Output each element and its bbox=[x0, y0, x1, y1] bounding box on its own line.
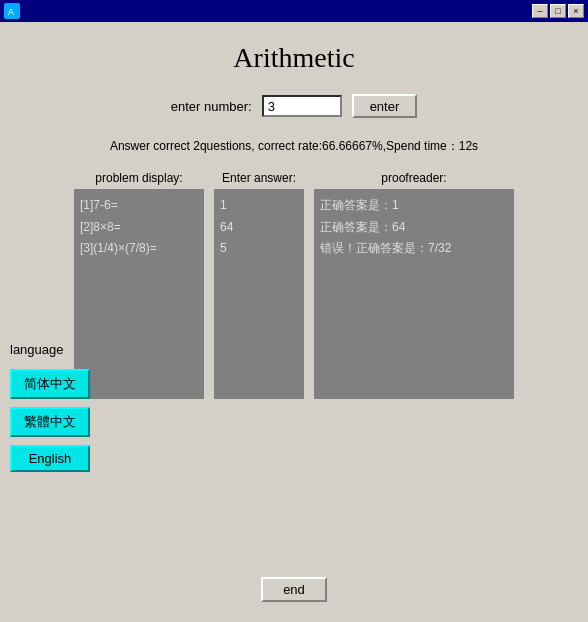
problem-box: [1]7-6= [2]8×8= [3](1/4)×(7/8)= bbox=[74, 189, 204, 399]
proof-header: proofreader: bbox=[381, 171, 446, 185]
title-bar: A – □ × bbox=[0, 0, 588, 22]
title-bar-left: A bbox=[4, 3, 24, 19]
title-bar-buttons: – □ × bbox=[532, 4, 584, 18]
problem-line-2: [2]8×8= bbox=[80, 217, 198, 239]
app-title: Arithmetic bbox=[10, 42, 578, 74]
input-row: enter number: enter bbox=[10, 94, 578, 118]
app-icon: A bbox=[4, 3, 20, 19]
proof-column: proofreader: 正确答案是：1 正确答案是：64 错误！正确答案是：7… bbox=[314, 171, 514, 399]
input-label: enter number: bbox=[171, 99, 252, 114]
traditional-chinese-button[interactable]: 繁體中文 bbox=[10, 407, 90, 437]
proof-box: 正确答案是：1 正确答案是：64 错误！正确答案是：7/32 bbox=[314, 189, 514, 399]
close-button[interactable]: × bbox=[568, 4, 584, 18]
answer-column: Enter answer: 1 64 5 bbox=[214, 171, 304, 399]
english-button[interactable]: English bbox=[10, 445, 90, 472]
main-window: A – □ × Arithmetic enter number: enter A… bbox=[0, 0, 588, 622]
end-button[interactable]: end bbox=[261, 577, 327, 602]
language-label: language bbox=[10, 342, 90, 357]
answer-line-3: 5 bbox=[220, 238, 298, 260]
answer-box: 1 64 5 bbox=[214, 189, 304, 399]
proof-line-3: 错误！正确答案是：7/32 bbox=[320, 238, 508, 260]
answer-line-1: 1 bbox=[220, 195, 298, 217]
problem-column: problem display: [1]7-6= [2]8×8= [3](1/4… bbox=[74, 171, 204, 399]
columns-area: problem display: [1]7-6= [2]8×8= [3](1/4… bbox=[10, 171, 578, 399]
content-area: Arithmetic enter number: enter Answer co… bbox=[0, 22, 588, 622]
maximize-button[interactable]: □ bbox=[550, 4, 566, 18]
answer-line-2: 64 bbox=[220, 217, 298, 239]
status-bar: Answer correct 2questions, correct rate:… bbox=[10, 138, 578, 155]
answer-header: Enter answer: bbox=[222, 171, 296, 185]
problem-header: problem display: bbox=[95, 171, 182, 185]
simplified-chinese-button[interactable]: 简体中文 bbox=[10, 369, 90, 399]
problem-line-3: [3](1/4)×(7/8)= bbox=[80, 238, 198, 260]
minimize-button[interactable]: – bbox=[532, 4, 548, 18]
number-input[interactable] bbox=[262, 95, 342, 117]
bottom-bar: end bbox=[10, 567, 578, 612]
problem-line-1: [1]7-6= bbox=[80, 195, 198, 217]
language-sidebar: language 简体中文 繁體中文 English bbox=[10, 342, 90, 472]
svg-text:A: A bbox=[8, 7, 14, 17]
proof-line-2: 正确答案是：64 bbox=[320, 217, 508, 239]
enter-button[interactable]: enter bbox=[352, 94, 418, 118]
proof-line-1: 正确答案是：1 bbox=[320, 195, 508, 217]
